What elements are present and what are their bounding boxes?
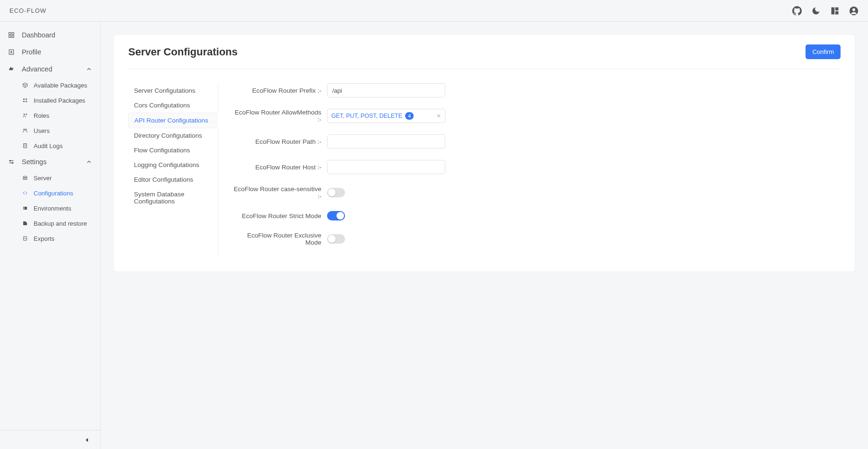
export-icon (21, 235, 29, 242)
content-area: Server Configurations Confirm Server Con… (101, 22, 868, 449)
app-header: ECO-FLOW (0, 0, 868, 22)
router-prefix-input[interactable] (327, 83, 445, 97)
sidebar-item-exports[interactable]: Exports (21, 231, 100, 246)
server-config-panel: Server Configurations Confirm Server Con… (114, 35, 855, 272)
strict-mode-label: EcoFlow Router Strict Mode (232, 212, 327, 220)
svg-rect-28 (23, 178, 27, 180)
svg-point-11 (23, 98, 25, 100)
brand-text: ECO-FLOW (9, 7, 46, 14)
sidebar-item-roles[interactable]: Roles (21, 108, 100, 123)
config-icon (21, 189, 29, 197)
svg-point-14 (26, 101, 27, 102)
sidebar-item-installed-packages[interactable]: Installed Packages (21, 93, 100, 108)
svg-point-24 (10, 160, 11, 161)
confirm-button[interactable]: Confirm (806, 44, 841, 59)
sidebar-item-label: Backup and restore (34, 220, 87, 227)
svg-rect-27 (23, 176, 27, 178)
roles-icon (21, 112, 29, 119)
svg-point-16 (26, 114, 27, 115)
installed-icon (21, 97, 29, 104)
sidebar-item-label: Dashboard (22, 31, 55, 39)
allow-methods-picker[interactable]: GET, PUT, POST, DELETE 4 ✕ (327, 109, 445, 123)
svg-rect-8 (12, 35, 14, 37)
users-icon (21, 127, 29, 134)
strict-mode-toggle[interactable] (327, 211, 345, 220)
config-tab-server[interactable]: Server Configutations (128, 83, 218, 98)
sidebar-item-environments[interactable]: Environments (21, 201, 100, 216)
sidebar-item-server[interactable]: Server (21, 170, 100, 185)
sidebar-item-users[interactable]: Users (21, 123, 100, 138)
svg-point-12 (26, 98, 27, 100)
logs-icon (21, 142, 29, 150)
router-path-label: EcoFlow Router Path :- (232, 138, 327, 145)
sidebar-item-dashboard[interactable]: Dashboard (0, 26, 100, 44)
panel-header: Server Configurations Confirm (128, 44, 841, 69)
advanced-icon (8, 65, 15, 73)
page-title: Server Configurations (128, 46, 238, 58)
svg-point-17 (24, 129, 25, 131)
sidebar-item-label: Users (34, 127, 50, 134)
sidebar-item-label: Settings (22, 158, 46, 166)
sidebar-item-label: Server (34, 175, 52, 182)
moon-icon[interactable] (811, 6, 821, 16)
grid-icon[interactable] (830, 6, 840, 16)
user-icon[interactable] (849, 6, 859, 16)
config-tab-logging[interactable]: Logging Configutations (128, 158, 218, 172)
chevron-up-icon (85, 65, 93, 73)
config-tab-nav: Server Configutations Cors Configutation… (128, 83, 218, 257)
svg-point-26 (12, 162, 13, 163)
sidebar-sub-advanced: Available Packages Installed Packages Ro… (0, 78, 100, 153)
sidebar-item-label: Exports (34, 235, 54, 242)
clear-icon[interactable]: ✕ (436, 113, 441, 119)
sidebar-item-label: Available Packages (34, 82, 87, 89)
allow-methods-count: 4 (405, 112, 414, 120)
svg-rect-1 (835, 7, 839, 10)
svg-point-13 (23, 101, 25, 102)
exclusive-mode-label: EcoFlow Router Exclusive Mode (232, 232, 327, 246)
sidebar-item-advanced[interactable]: Advanced (0, 61, 100, 78)
server-icon (21, 174, 29, 182)
sidebar-item-label: Profile (22, 48, 41, 56)
sidebar-item-available-packages[interactable]: Available Packages (21, 78, 100, 93)
svg-rect-7 (9, 35, 11, 37)
exclusive-mode-toggle[interactable] (327, 234, 345, 244)
backup-icon (21, 220, 29, 227)
config-tab-api-router[interactable]: API Router Configutations (128, 113, 218, 128)
config-tab-flow[interactable]: Flow Configutations (128, 143, 218, 158)
allow-methods-label: EcoFlow Router AllowMethods :- (232, 109, 327, 123)
sidebar-item-label: Roles (34, 112, 49, 119)
sidebar-item-label: Advanced (22, 65, 53, 73)
svg-marker-32 (86, 438, 88, 441)
sidebar-item-settings[interactable]: Settings (0, 153, 100, 170)
profile-icon (8, 48, 15, 56)
case-sensitive-toggle[interactable] (327, 188, 345, 197)
svg-rect-5 (9, 33, 11, 35)
sidebar-sub-settings: Server Configurations Environments Backu… (0, 170, 100, 246)
sidebar-item-label: Configurations (34, 190, 73, 197)
chevron-up-icon (85, 158, 93, 166)
svg-point-15 (24, 114, 25, 115)
sidebar-item-backup-restore[interactable]: Backup and restore (21, 216, 100, 231)
config-tab-directory[interactable]: Directory Configutations (128, 128, 218, 143)
sidebar-item-label: Audit Logs (34, 142, 62, 150)
config-tab-system-db[interactable]: System Database Configutations (128, 187, 218, 209)
dashboard-icon (8, 31, 15, 39)
settings-icon (8, 158, 15, 166)
package-icon (21, 81, 29, 89)
config-tab-editor[interactable]: Editor Configutations (128, 172, 218, 187)
svg-rect-0 (832, 7, 835, 14)
header-icon-group (792, 6, 859, 16)
github-icon[interactable] (792, 6, 802, 16)
sidebar-item-audit-logs[interactable]: Audit Logs (21, 138, 100, 153)
router-host-input[interactable] (327, 160, 445, 174)
svg-rect-30 (24, 207, 25, 209)
case-sensitive-label: EcoFlow Router case-sensitive :- (232, 185, 327, 200)
sidebar: Dashboard Profile Advanced Available Pac… (0, 22, 101, 449)
sidebar-item-label: Environments (34, 205, 71, 212)
config-tab-cors[interactable]: Cors Configutations (128, 98, 218, 113)
router-host-label: EcoFlow Router Host :- (232, 164, 327, 171)
sidebar-collapse-toggle[interactable] (0, 430, 100, 449)
router-path-input[interactable] (327, 134, 445, 149)
sidebar-item-configurations[interactable]: Configurations (21, 185, 100, 201)
sidebar-item-profile[interactable]: Profile (0, 44, 100, 61)
